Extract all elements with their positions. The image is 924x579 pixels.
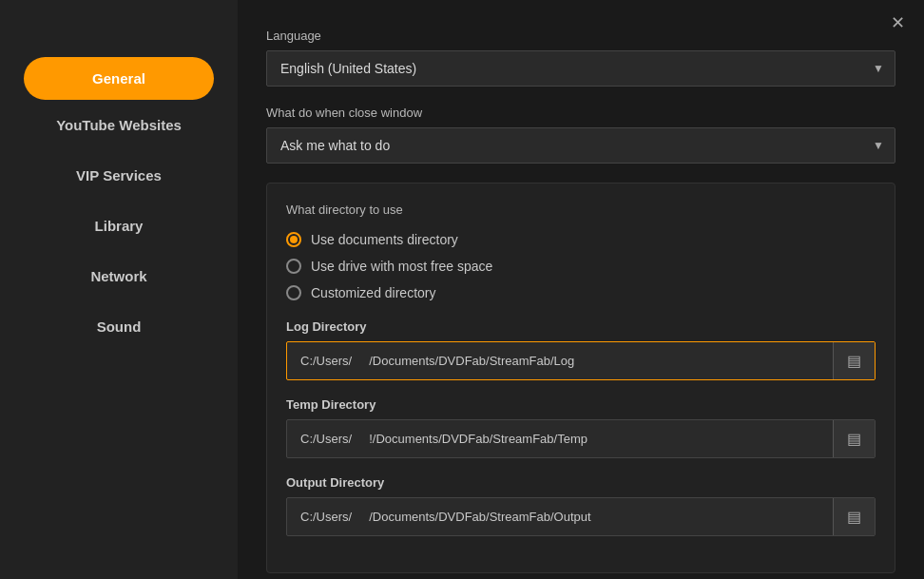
sidebar: General YouTube Websites VIP Services Li… [0, 0, 238, 579]
sidebar-item-vip-services[interactable]: VIP Services [0, 150, 238, 201]
output-directory-label: Output Directory [286, 475, 876, 490]
radio-inner-docs [290, 236, 298, 243]
main-content: ✕ Language English (United States) Chine… [238, 0, 924, 579]
sidebar-item-network[interactable]: Network [0, 251, 238, 301]
output-directory-input[interactable] [287, 500, 833, 533]
log-directory-label: Log Directory [286, 319, 876, 334]
close-window-select[interactable]: Ask me what to do Minimize to tray Exit … [266, 127, 895, 164]
radio-circle-docs [286, 232, 301, 247]
close-button[interactable]: ✕ [891, 14, 905, 31]
sidebar-item-sound[interactable]: Sound [0, 301, 238, 352]
radio-label-docs: Use documents directory [311, 232, 458, 247]
language-label: Language [266, 29, 895, 43]
temp-directory-field: Temp Directory ▤ [286, 397, 876, 458]
output-directory-browse-button[interactable]: ▤ [833, 498, 875, 535]
log-directory-field: Log Directory ▤ [286, 319, 876, 380]
sidebar-item-youtube-websites[interactable]: YouTube Websites [0, 100, 238, 150]
directory-section-title: What directory to use [286, 203, 876, 217]
log-directory-browse-button[interactable]: ▤ [833, 342, 875, 379]
temp-directory-input[interactable] [287, 422, 833, 455]
radio-circle-custom [286, 285, 301, 300]
radio-option-free[interactable]: Use drive with most free space [286, 259, 876, 274]
output-directory-input-row: ▤ [286, 497, 876, 536]
radio-option-docs[interactable]: Use documents directory [286, 232, 876, 247]
temp-directory-browse-button[interactable]: ▤ [833, 420, 875, 457]
log-directory-input[interactable] [287, 344, 833, 377]
temp-directory-input-row: ▤ [286, 419, 876, 458]
radio-label-free: Use drive with most free space [311, 259, 492, 274]
close-window-select-wrapper: Ask me what to do Minimize to tray Exit … [266, 127, 895, 164]
radio-circle-free [286, 259, 301, 274]
radio-label-custom: Customized directory [311, 285, 436, 300]
sidebar-item-library[interactable]: Library [0, 201, 238, 251]
close-window-label: What do when close window [266, 106, 895, 120]
sidebar-item-general[interactable]: General [24, 57, 214, 100]
radio-group: Use documents directory Use drive with m… [286, 232, 876, 300]
directory-section: What directory to use Use documents dire… [266, 183, 895, 573]
output-directory-field: Output Directory ▤ [286, 475, 876, 536]
temp-directory-label: Temp Directory [286, 397, 876, 412]
language-select-wrapper: English (United States) Chinese (Simplif… [266, 50, 895, 87]
log-directory-input-row: ▤ [286, 341, 876, 380]
radio-option-custom[interactable]: Customized directory [286, 285, 876, 300]
language-select[interactable]: English (United States) Chinese (Simplif… [266, 50, 895, 87]
